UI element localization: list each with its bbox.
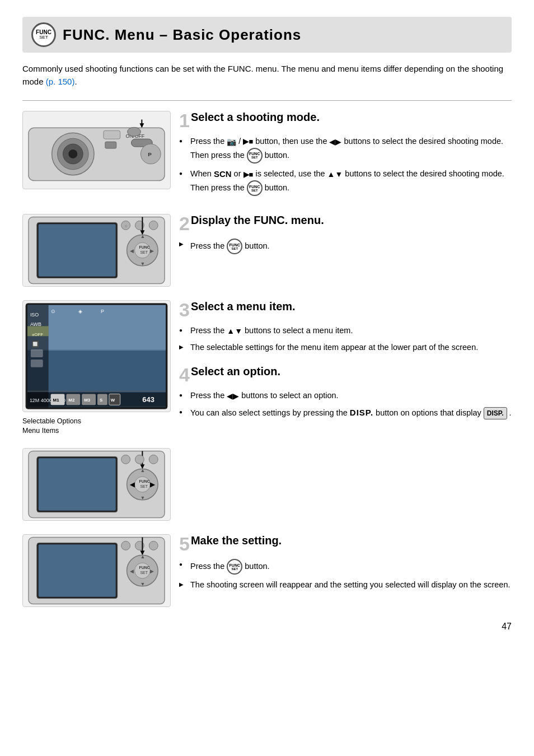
video-icon2: ▶■ (243, 170, 254, 178)
step2-title: Display the FUNC. menu. (191, 214, 324, 227)
svg-text:▲: ▲ (140, 234, 145, 239)
step5-bullets: Press the FUNCSET button. The shooting s… (179, 559, 512, 591)
svg-point-89 (149, 542, 158, 550)
svg-text:◀: ◀ (130, 248, 134, 254)
svg-point-74 (135, 455, 144, 464)
svg-point-75 (149, 455, 158, 464)
step4-bullet2: You can also select settings by pressing… (179, 407, 512, 419)
svg-text:FUNC: FUNC (139, 566, 149, 570)
menu-items-label: Menu Items (22, 427, 59, 435)
svg-text:☆: ☆ (124, 225, 128, 228)
step5-header: 5 Make the setting. (179, 534, 512, 553)
step1-bullet2: When SCN or ▶■ is selected, use the ▲▼ b… (179, 168, 512, 197)
func-icon: FUNC SET (31, 22, 56, 47)
step1-bullet1: Press the 📷 / ▶■ button, then use the ◀▶… (179, 136, 512, 164)
step4-bullet1: Press the ◀▶ buttons to select an option… (179, 390, 512, 402)
step2-content: 2 Display the FUNC. menu. Press the FUNC… (179, 214, 512, 300)
intro-text: Commonly used shooting functions can be … (22, 63, 512, 88)
svg-rect-40 (31, 349, 43, 357)
svg-text:▶: ▶ (150, 248, 154, 254)
step3-title: Select a menu item. (191, 300, 296, 313)
func-btn-icon4: FUNCSET (227, 559, 242, 575)
svg-point-28 (149, 221, 158, 230)
content-grid: ON/OFF P (22, 111, 512, 620)
step2-number: 2 (179, 214, 190, 233)
svg-point-7 (128, 127, 141, 136)
svg-text:▼: ▼ (140, 581, 145, 587)
svg-text:⊙: ⊙ (51, 309, 55, 314)
section-divider (22, 100, 512, 101)
step2-image-cell: FUNC SET ▲ ▼ ◀ ▶ ☆ (22, 214, 179, 300)
svg-text:P: P (148, 151, 152, 157)
svg-text:M2: M2 (68, 398, 75, 403)
svg-point-4 (68, 150, 77, 158)
svg-text:◀: ◀ (129, 481, 135, 488)
svg-marker-13 (139, 123, 144, 128)
svg-text:SET: SET (140, 571, 148, 575)
step4-header: 4 Select an option. (179, 365, 512, 384)
svg-text:FUNC: FUNC (139, 479, 149, 483)
step2-bullet1: Press the FUNCSET button. (179, 239, 512, 254)
scn-text: SCN (214, 169, 232, 179)
func-icon-bottom: SET (39, 35, 48, 40)
svg-text:◈: ◈ (78, 309, 82, 314)
ud-arrow-icon2: ▲▼ (227, 326, 242, 335)
step3-image-cell: ISO AWB ±OFF 🔲 ⊙ ◈ P 12M 4000x3000 (22, 300, 179, 448)
ud-arrow-icon: ▲▼ (327, 170, 343, 179)
step2-header: 2 Display the FUNC. menu. (179, 214, 512, 233)
func-btn-icon2: FUNCSET (247, 180, 263, 196)
step4-content-spacer (179, 448, 512, 534)
svg-rect-62 (39, 459, 116, 511)
step3-bullet1: Press the ▲▼ buttons to select a menu it… (179, 325, 512, 337)
svg-text:▼: ▼ (140, 495, 145, 501)
step4-image: FUNC SET ◀ ▶ ▲ ▼ (22, 448, 171, 521)
step2-bullets: Press the FUNCSET button. (179, 239, 512, 254)
step3-content: 3 Select a menu item. Press the ▲▼ butto… (179, 300, 512, 448)
page-container: FUNC SET FUNC. Menu – Basic Operations C… (0, 0, 534, 643)
step1-header: 1 Select a shooting mode. (179, 111, 512, 130)
step5-image: FUNC SET ▲ ▼ ◀ ▶ (22, 534, 171, 607)
svg-rect-42 (27, 326, 49, 337)
step3-image: ISO AWB ±OFF 🔲 ⊙ ◈ P 12M 4000x3000 (22, 300, 171, 412)
step4-image-cell: FUNC SET ◀ ▶ ▲ ▼ (22, 448, 179, 534)
step4-number: 4 (179, 365, 190, 384)
step1-content: 1 Select a shooting mode. Press the 📷 / … (179, 111, 512, 214)
step3-captions: Selectable Options Menu Items (22, 416, 81, 435)
step5-number: 5 (179, 534, 190, 553)
step1-number: 1 (179, 111, 190, 130)
step5-image-cell: FUNC SET ▲ ▼ ◀ ▶ (22, 534, 179, 620)
svg-point-73 (121, 455, 130, 464)
svg-text:SET: SET (140, 250, 148, 254)
disp-btn-icon: DISP. (484, 407, 507, 419)
svg-text:643: 643 (142, 396, 154, 404)
svg-text:P: P (101, 309, 104, 314)
svg-text:M1: M1 (53, 398, 60, 403)
svg-rect-41 (31, 360, 43, 367)
step3-bullets: Press the ▲▼ buttons to select a menu it… (179, 325, 512, 354)
step5-bullet1: Press the FUNCSET button. (179, 559, 512, 575)
svg-point-87 (121, 542, 130, 550)
func-btn-icon1: FUNCSET (247, 148, 263, 164)
step4-bullets: Press the ◀▶ buttons to select an option… (179, 390, 512, 419)
svg-rect-78 (39, 545, 116, 597)
page-number: 47 (502, 622, 512, 632)
step1-image-cell: ON/OFF P (22, 111, 179, 214)
step3-header: 3 Select a menu item. (179, 300, 512, 319)
step1-image: ON/OFF P (22, 111, 171, 189)
step5-content: 5 Make the setting. Press the FUNCSET bu… (179, 534, 512, 620)
svg-rect-16 (39, 225, 116, 277)
svg-text:W: W (111, 398, 115, 403)
svg-text:◀: ◀ (130, 568, 134, 574)
selectable-options-label: Selectable Options (22, 417, 81, 425)
disp-text: DISP. (350, 408, 373, 417)
step1-title: Select a shooting mode. (191, 111, 320, 124)
step5-title: Make the setting. (191, 534, 282, 547)
step4-title: Select an option. (191, 365, 280, 378)
svg-text:SET: SET (140, 484, 148, 488)
lr-arrow-icon: ◀▶ (329, 137, 341, 146)
step5-bullet2: The shooting screen will reappear and th… (179, 579, 512, 591)
svg-text:▼: ▼ (140, 261, 145, 267)
video-icon: ▶■ (243, 137, 253, 146)
svg-text:S: S (100, 398, 102, 403)
intro-link[interactable]: (p. 150) (46, 77, 75, 86)
